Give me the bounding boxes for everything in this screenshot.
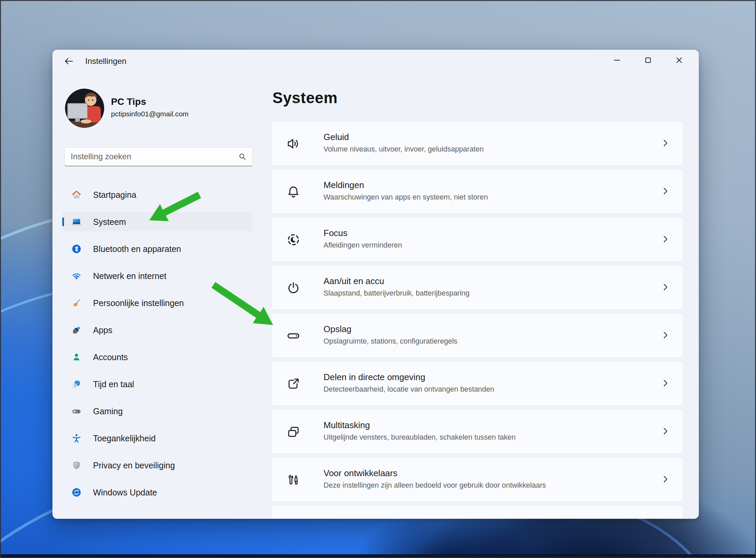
close-icon — [675, 56, 683, 64]
chevron-right-icon — [661, 378, 670, 388]
settings-row-aan-uit-en-accu[interactable]: Aan/uit en accu Slaapstand, batterijverb… — [271, 265, 683, 310]
focus-icon — [286, 232, 301, 247]
sidebar-item-persoonlijke-instellingen[interactable]: Persoonlijke instellingen — [62, 294, 252, 312]
search-icon — [238, 153, 252, 161]
system-icon — [71, 216, 82, 227]
settings-row-meldingen[interactable]: Meldingen Waarschuwingen van apps en sys… — [271, 169, 683, 214]
accessibility-icon — [71, 433, 82, 444]
notifications-bell-icon — [286, 184, 301, 199]
settings-row-focus[interactable]: Focus Afleidingen verminderen — [271, 217, 683, 262]
window-controls — [601, 50, 695, 71]
window-title: Instellingen — [85, 56, 126, 66]
search-box[interactable] — [64, 147, 253, 166]
settings-row-geluid[interactable]: Geluid Volume niveaus, uitvoer, invoer, … — [271, 121, 683, 166]
settings-window: Instellingen — [52, 50, 699, 519]
chevron-right-icon — [661, 474, 670, 484]
maximize-icon — [644, 56, 652, 64]
page-title: Systeem — [272, 89, 338, 107]
storage-drive-icon — [286, 328, 301, 343]
titlebar: Instellingen — [52, 50, 699, 71]
multitasking-windows-icon — [286, 424, 301, 439]
wallpaper-bottom-edge — [0, 554, 756, 558]
settings-row-delen-in-directe-omgeving[interactable]: Delen in directe omgeving Detecteerbaarh… — [271, 361, 683, 406]
sidebar-item-tijd-en-taal[interactable]: Tijd en taal — [62, 375, 252, 394]
back-button[interactable] — [62, 56, 75, 67]
sidebar-item-accounts[interactable]: Accounts — [62, 348, 252, 367]
settings-row-multitasking[interactable]: Multitasking Uitgelijnde vensters, burea… — [271, 409, 683, 454]
windows-update-icon — [71, 487, 82, 498]
search-input[interactable] — [65, 152, 238, 161]
power-icon — [286, 280, 301, 295]
minimize-icon — [613, 56, 621, 64]
nearby-share-icon — [286, 376, 301, 391]
developers-tools-icon — [286, 472, 301, 487]
settings-rows: Geluid Volume niveaus, uitvoer, invoer, … — [271, 121, 683, 519]
chevron-right-icon — [661, 426, 670, 436]
settings-row-partial[interactable] — [271, 505, 683, 519]
settings-row-opslag[interactable]: Opslag Opslagruimte, stations, configura… — [271, 313, 683, 358]
avatar[interactable] — [65, 89, 104, 128]
privacy-shield-icon — [71, 460, 82, 471]
minimize-button[interactable] — [601, 50, 632, 71]
time-language-icon — [71, 379, 82, 390]
sidebar-item-startpagina[interactable]: Startpagina — [62, 185, 252, 204]
chevron-right-icon — [661, 234, 670, 244]
profile-email: pctipsinfo01@gmail.com — [111, 110, 188, 118]
avatar-illustration — [65, 89, 104, 128]
home-icon — [71, 189, 82, 200]
sidebar-item-apps[interactable]: Apps — [62, 321, 252, 340]
sidebar-nav: Startpagina Systeem — [62, 185, 252, 510]
accounts-icon — [71, 352, 82, 363]
maximize-button[interactable] — [632, 50, 664, 71]
sidebar-item-windows-update[interactable]: Windows Update — [62, 483, 252, 502]
sidebar-item-gaming[interactable]: Gaming — [62, 402, 252, 421]
chevron-right-icon — [661, 330, 670, 340]
sidebar-item-toegankelijkheid[interactable]: Toegankelijkheid — [62, 429, 252, 448]
sidebar-item-systeem[interactable]: Systeem — [62, 212, 252, 231]
sidebar-item-netwerk[interactable]: Netwerk en internet — [62, 266, 252, 285]
back-arrow-icon — [64, 57, 73, 65]
sidebar-item-bluetooth[interactable]: Bluetooth en apparaten — [62, 239, 252, 258]
apps-icon — [71, 325, 82, 335]
chevron-right-icon — [661, 282, 670, 292]
profile-name: PC Tips — [111, 96, 146, 107]
bluetooth-icon — [71, 243, 82, 254]
sound-icon — [286, 136, 301, 151]
network-icon — [71, 271, 82, 281]
personalization-icon — [71, 298, 82, 308]
selected-accent-bar — [62, 217, 64, 226]
settings-row-voor-ontwikkelaars[interactable]: Voor ontwikkelaars Deze instellingen zij… — [271, 457, 683, 502]
gaming-icon — [71, 406, 82, 417]
close-button[interactable] — [664, 50, 695, 71]
sidebar-item-privacy[interactable]: Privacy en beveiliging — [62, 456, 252, 475]
chevron-right-icon — [661, 186, 670, 196]
chevron-right-icon — [661, 138, 670, 148]
